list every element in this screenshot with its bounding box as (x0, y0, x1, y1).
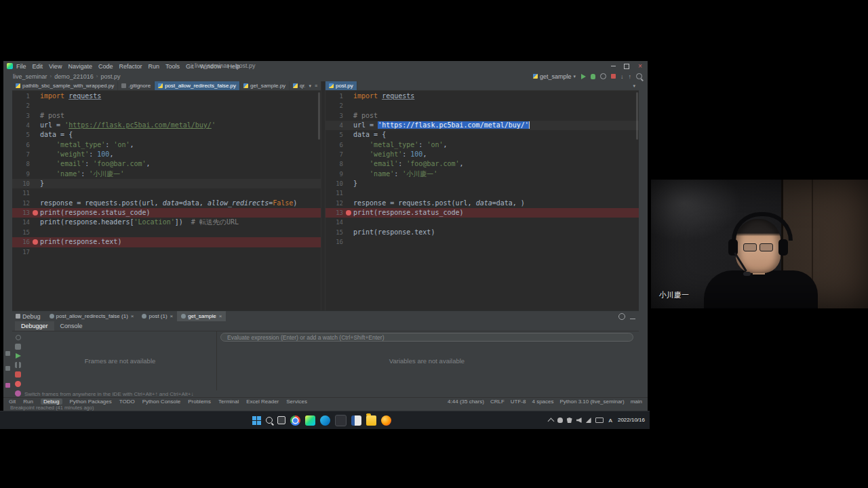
code-line-left-8[interactable]: 8 'email': 'foo@bar.com', (12, 159, 321, 169)
code-line-left-3[interactable]: 3# post (12, 111, 321, 121)
mute-breakpoints-button[interactable] (15, 390, 21, 396)
taskbar-firefox-button[interactable] (381, 415, 391, 426)
line-number[interactable]: 12 (12, 199, 32, 208)
menu-navigate[interactable]: Navigate (68, 63, 92, 70)
line-number[interactable]: 6 (326, 140, 345, 150)
menu-edit[interactable]: Edit (33, 63, 43, 70)
code-line-left-11[interactable]: 11 (12, 188, 321, 198)
code-line-right-16[interactable]: 16 (326, 237, 639, 247)
line-number[interactable]: 12 (326, 199, 345, 208)
taskbar-edge-button[interactable] (320, 415, 330, 426)
line-number[interactable]: 5 (326, 130, 345, 140)
ime-indicator[interactable]: A (608, 418, 614, 424)
close-icon[interactable]: × (170, 313, 174, 319)
maximize-button[interactable] (620, 62, 633, 70)
line-number[interactable]: 13 (326, 208, 345, 218)
line-number[interactable]: 7 (326, 150, 345, 159)
breadcrumb-item-post.py[interactable]: post.py (100, 73, 120, 80)
run-icon[interactable] (581, 74, 586, 79)
stop-icon[interactable] (611, 74, 616, 79)
line-number[interactable]: 10 (12, 179, 32, 188)
statusbar-git[interactable]: Git (9, 399, 16, 405)
menu-tools[interactable]: Tools (165, 63, 180, 70)
line-number[interactable]: 5 (12, 130, 32, 140)
taskbar-clock[interactable]: 2022/10/16 (618, 417, 646, 424)
taskbar-task-view-button[interactable] (277, 416, 285, 424)
view-breakpoints-button[interactable] (15, 381, 21, 387)
tray-volume-icon[interactable] (576, 418, 582, 423)
line-number[interactable]: 8 (12, 159, 32, 169)
tray-network-icon[interactable] (586, 418, 591, 423)
close-icon[interactable]: × (219, 313, 222, 319)
menu-code[interactable]: Code (98, 63, 113, 70)
tab-qr.py[interactable]: qr.py (290, 81, 305, 90)
statusbar-python-packages[interactable]: Python Packages (70, 399, 112, 405)
statusbar-debug[interactable]: Debug (41, 399, 62, 405)
breadcrumb-item-live_seminar[interactable]: live_seminar (13, 73, 47, 80)
git-commit-icon[interactable]: ↑ (629, 73, 632, 80)
code-area-left[interactable]: 1import requests23# post4url = 'https://… (12, 90, 321, 310)
profile-icon[interactable] (600, 73, 606, 79)
code-line-left-9[interactable]: 9 'name': '小川慶一' (12, 169, 321, 179)
taskbar-terminal-button[interactable] (335, 415, 347, 426)
scrollbar-thumb[interactable] (636, 92, 638, 140)
menu-git[interactable]: Git (186, 63, 194, 70)
hidden-tabs-chevron-icon[interactable]: ▾ (633, 83, 635, 89)
line-number[interactable]: 1 (326, 92, 345, 101)
code-line-left-6[interactable]: 6 'metal_type': 'on', (12, 140, 321, 150)
line-number[interactable]: 13 (12, 208, 32, 218)
line-number[interactable]: 11 (12, 188, 32, 198)
tab-post_allow_redirects_false.py[interactable]: post_allow_redirects_false.py (155, 81, 240, 90)
code-line-left-14[interactable]: 14print(response.headers['Location']) # … (12, 218, 321, 227)
line-number[interactable]: 14 (326, 218, 345, 227)
code-line-right-7[interactable]: 7 'weight': 100, (326, 150, 639, 159)
rerun-button[interactable] (16, 335, 21, 340)
statusbar-python-3.10-live_seminar-[interactable]: Python 3.10 (live_seminar) (560, 399, 625, 405)
line-number[interactable]: 15 (326, 228, 345, 237)
code-line-right-6[interactable]: 6 'metal_type': 'on', (326, 140, 639, 150)
menu-view[interactable]: View (49, 63, 62, 70)
line-number[interactable]: 10 (326, 179, 345, 188)
line-number[interactable]: 7 (12, 150, 32, 159)
bookmarks-icon[interactable] (5, 351, 10, 356)
close-button[interactable]: × (634, 62, 646, 70)
debug-session-tab-get_sample[interactable]: get_sample× (177, 311, 226, 321)
editor-options-icon[interactable]: ≡ (315, 83, 317, 88)
code-line-right-5[interactable]: 5data = { (326, 130, 639, 140)
tray-shield-icon[interactable] (567, 418, 572, 423)
code-line-right-10[interactable]: 10} (326, 179, 639, 188)
statusbar-run[interactable]: Run (23, 399, 33, 405)
pause-button[interactable] (15, 362, 21, 368)
variables-panel[interactable]: Variables are not available (217, 331, 637, 390)
menu-file[interactable]: File (16, 63, 26, 70)
tab-pathlib_sbc_sample_with_wrapped.py[interactable]: pathlib_sbc_sample_with_wrapped.py (12, 81, 118, 90)
code-line-right-9[interactable]: 9 'name': '小川慶一' (326, 169, 639, 179)
line-number[interactable]: 16 (326, 237, 345, 247)
tab-get_sample.py[interactable]: get_sample.py (240, 81, 290, 90)
code-line-right-3[interactable]: 3# post (326, 111, 639, 121)
line-number[interactable]: 2 (12, 101, 32, 110)
debug-session-tab-post-1-[interactable]: post (1)× (138, 311, 177, 321)
code-line-right-12[interactable]: 12response = requests.post(url, data=dat… (326, 199, 639, 208)
resume-button[interactable] (16, 353, 21, 359)
run-configuration-select[interactable]: get_sample ▾ (533, 73, 576, 80)
taskbar-start-button[interactable] (252, 416, 261, 425)
tray-battery-icon[interactable] (595, 418, 604, 423)
tray-chevron-up-icon[interactable] (547, 418, 554, 424)
modify-run-button[interactable] (15, 344, 21, 350)
taskbar-pycharm-button[interactable] (305, 415, 315, 426)
taskbar-search-button[interactable] (266, 417, 273, 424)
statusbar-excel-reader[interactable]: Excel Reader (246, 399, 279, 405)
scrollbar-thumb[interactable] (318, 92, 320, 140)
line-number[interactable]: 9 (326, 169, 345, 179)
code-line-right-13[interactable]: 13print(response.status_code) (326, 208, 639, 218)
tab-post.py[interactable]: post.py (326, 81, 357, 90)
hidden-tabs-chevron-icon[interactable]: ▾ (309, 83, 311, 89)
line-number[interactable]: 11 (326, 188, 345, 198)
menu-run[interactable]: Run (148, 63, 159, 70)
code-line-right-1[interactable]: 1import requests (326, 92, 639, 101)
code-line-right-14[interactable]: 14 (326, 218, 639, 227)
tab-console[interactable]: Console (54, 321, 89, 331)
statusbar-terminal[interactable]: Terminal (218, 399, 239, 405)
statusbar-python-console[interactable]: Python Console (142, 399, 180, 405)
